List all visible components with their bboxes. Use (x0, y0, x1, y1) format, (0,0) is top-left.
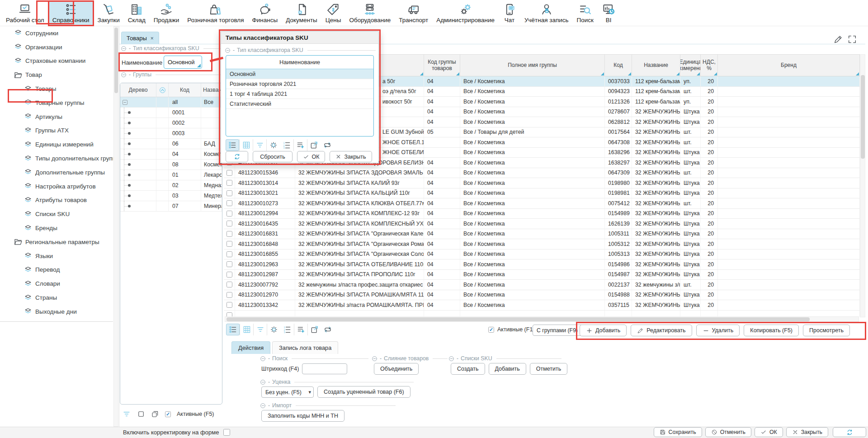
product-row[interactable]: 4811230016435 32 ЖЕМЧУЖИНЫ З/ПАСТА КОМПЛ… (224, 219, 860, 229)
collapse-icon[interactable] (448, 356, 454, 362)
sort-icon[interactable] (159, 87, 166, 94)
group-row[interactable]: − 0003 (120, 128, 222, 139)
sidebar-item[interactable]: Выходные дни (0, 305, 113, 319)
expand-icon[interactable] (847, 34, 857, 44)
markdown-create-button[interactable]: Создать уцененный товар (F6) (317, 386, 410, 398)
toolbar-item[interactable]: Оборудование (345, 1, 395, 26)
dialog-row[interactable]: Основной (226, 69, 373, 79)
product-row[interactable]: 4811230016848 32 ЖЕМЧУЖИНЫ З/ПАСТА "Орга… (224, 239, 860, 250)
toolbar-icon-button[interactable] (253, 139, 266, 151)
row-checkbox[interactable] (226, 190, 232, 196)
import-fill-button[interactable]: Заполнить коды МНН и ТН (261, 410, 344, 422)
table-action-button[interactable]: Добавить (580, 325, 627, 336)
product-row[interactable] (224, 311, 860, 317)
group-row[interactable]: − 0002 (120, 118, 222, 128)
toolbar-icon-button[interactable] (226, 324, 240, 335)
product-row[interactable]: 4811230012970 32 ЖЕМЧУЖИНЫ З/ПАСТА РОМАШ… (224, 290, 860, 301)
product-row[interactable]: 4811230013014 32 ЖЕМЧУЖИНЫ З/ПАСТА КАЛИЙ… (224, 178, 860, 188)
action-tab[interactable]: Действия (231, 341, 270, 354)
sort-icon[interactable] (201, 87, 202, 94)
table-action-button[interactable]: Редактировать (631, 325, 692, 336)
toolbar-item[interactable]: Документы (282, 1, 321, 26)
row-checkbox[interactable] (226, 231, 232, 237)
toolbar-icon-button[interactable] (226, 139, 239, 151)
toolbar-icon-button[interactable]: 123 (280, 324, 294, 335)
dialog-row[interactable]: 1 торг 4 таблица 2021 (226, 89, 373, 99)
sidebar-item[interactable]: Бренды (0, 221, 113, 235)
collapse-icon[interactable] (260, 356, 266, 362)
group-row[interactable]: − 02 Медназн (120, 180, 222, 191)
row-checkbox[interactable] (226, 200, 232, 206)
header-full-group[interactable]: Полное имя группы (460, 55, 605, 76)
toolbar-item[interactable]: Чат (499, 1, 520, 26)
tab-close-icon[interactable]: × (151, 35, 154, 42)
header-group-code[interactable]: Код группы товаров (424, 55, 460, 76)
group-row[interactable]: − 07 Минерал (120, 201, 222, 212)
dialog-refresh-button[interactable] (226, 151, 248, 162)
toolbar-icon-button[interactable] (266, 139, 280, 151)
toolbar-item[interactable]: BI (598, 1, 619, 26)
groups-header-code[interactable]: Код (169, 83, 201, 97)
header-code[interactable]: Код (605, 55, 632, 76)
toolbar-item[interactable]: Рабочий стол (2, 1, 48, 26)
sidebar-item[interactable]: Атрибуты товаров (0, 193, 113, 207)
group-row[interactable]: − 0001 (120, 108, 222, 118)
dialog-row[interactable]: Розничная торговля 2021 (226, 79, 373, 89)
header-vat[interactable]: НДС, % (701, 55, 718, 76)
product-row[interactable]: 4811230015346 32 ЖЕМЧУЖИНЫ З/ПАСТА ЗДОРО… (224, 168, 860, 179)
toolbar-item[interactable]: Администрирование (432, 1, 499, 26)
group-row[interactable]: − 04 Косметик (120, 149, 222, 160)
toolbar-item[interactable]: Учётная запись (520, 1, 573, 26)
group-row[interactable]: − 08 Косметич (120, 160, 222, 170)
product-row[interactable]: 4811230013342 32 ЖЕМЧУЖИНЫ з/паста РОМАШ… (224, 300, 860, 311)
product-row[interactable]: 4811230012994 32 ЖЕМЧУЖИНЫ З/ПАСТА КОМПЛ… (224, 209, 860, 219)
header-unit[interactable]: Единица измерени (680, 55, 701, 76)
dialog-ok-button[interactable]: ОК (297, 151, 325, 162)
toolbar-icon-button[interactable] (293, 139, 307, 151)
toolbar-icon-button[interactable] (307, 324, 321, 335)
sku-list-button[interactable]: Отметить (530, 363, 568, 375)
sidebar-item[interactable]: Типы дополнительных групп (0, 151, 113, 165)
active-f10-checkbox[interactable] (488, 327, 494, 333)
refresh-button[interactable] (833, 427, 866, 437)
toolbar-item[interactable]: Поиск (573, 1, 598, 26)
dialog-row[interactable]: Статистический (226, 99, 373, 109)
sidebar-item[interactable]: Языки (0, 249, 113, 263)
classifier-combo[interactable]: Основной (164, 56, 202, 69)
group-row[interactable]: − 03 Медтехни (120, 191, 222, 201)
table-action-button[interactable]: Копировать (F5) (744, 325, 799, 336)
sidebar-item[interactable]: Списки SKU (0, 207, 113, 221)
group-row[interactable]: − 06 БАД (120, 139, 222, 149)
row-checkbox[interactable] (226, 221, 232, 226)
toolbar-item[interactable]: Розничная торговля (183, 1, 248, 26)
action-tab[interactable]: Запись лога товара (272, 341, 338, 354)
product-row[interactable]: 4811230010273 32 ЖЕМЧУЖИНЫ З/ПАСТА КЛЮКВ… (224, 198, 860, 209)
product-row[interactable]: 4811230016831 32 ЖЕМЧУЖИНЫ З/ПАСТА "Орга… (224, 229, 860, 240)
collapse-icon[interactable] (372, 356, 377, 362)
sidebar-item[interactable]: Организации (0, 40, 113, 54)
toolbar-item[interactable]: Продажи (150, 1, 183, 26)
sidebar-item[interactable]: Артикулы (0, 110, 113, 124)
row-checkbox[interactable] (226, 302, 232, 308)
toolbar-icon-button[interactable] (253, 324, 267, 335)
sidebar-item[interactable]: Перевод (0, 263, 113, 277)
toolbar-item[interactable]: Финансы (248, 1, 282, 26)
row-checkbox[interactable] (226, 272, 232, 278)
row-checkbox[interactable] (226, 292, 232, 298)
funnel-icon[interactable] (122, 410, 131, 419)
tab-tovary[interactable]: Товары × (121, 32, 159, 44)
tree-collapse-icon[interactable]: − (123, 100, 127, 105)
toolbar-item[interactable]: Закупки (94, 1, 124, 26)
groups-filter-select[interactable]: С группами (F9) (533, 325, 586, 336)
product-row[interactable]: 4811230016855 32 ЖЕМЧУЖИНЫ З/ПАСТА "Орга… (224, 250, 860, 260)
sidebar-item[interactable]: Сотрудники (0, 26, 113, 40)
bottom-button[interactable]: Отменить (705, 427, 751, 437)
group-row[interactable]: − 01 Лекарств (120, 170, 222, 180)
table-action-button[interactable]: Просмотреть (803, 325, 850, 336)
row-checkbox[interactable] (226, 251, 232, 257)
row-checkbox[interactable] (226, 241, 232, 247)
square-icon[interactable] (137, 410, 145, 418)
collapse-icon[interactable] (121, 46, 127, 52)
groups-header-tree[interactable]: Дерево (120, 83, 156, 97)
bottom-button[interactable]: ОК (755, 427, 783, 437)
